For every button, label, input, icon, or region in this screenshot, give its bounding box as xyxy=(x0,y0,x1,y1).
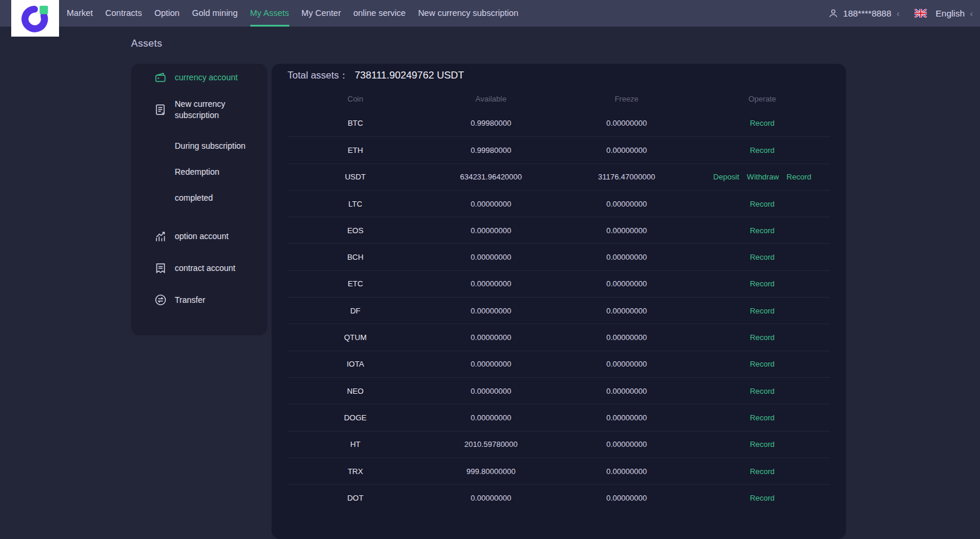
table-row: BCH0.000000000.00000000Record xyxy=(288,243,830,270)
total-assets-value: 738111.90249762 USDT xyxy=(355,70,465,81)
available-amount: 0.00000000 xyxy=(423,226,559,235)
freeze-amount: 0.00000000 xyxy=(559,119,695,128)
available-amount: 0.00000000 xyxy=(423,360,559,368)
operate-cell: Record xyxy=(694,360,830,368)
freeze-amount: 0.00000000 xyxy=(559,146,695,155)
coin-symbol: USDT xyxy=(288,172,423,181)
operate-cell: DepositWithdrawRecord xyxy=(694,172,830,181)
coin-symbol: EOS xyxy=(288,226,423,235)
operate-cell: Record xyxy=(694,387,830,396)
table-header: CoinAvailableFreezeOperate xyxy=(288,87,830,110)
nav-item-contracts[interactable]: Contracts xyxy=(105,0,142,27)
sidebar-item-option-account[interactable]: option account xyxy=(131,223,267,249)
sidebar-item-new-currency-subscription[interactable]: ¥New currency subscription xyxy=(131,98,267,122)
language-chevron-icon[interactable]: ‹ xyxy=(970,8,973,18)
available-amount: 0.00000000 xyxy=(423,494,559,502)
coin-symbol: BTC xyxy=(288,119,423,128)
record-link[interactable]: Record xyxy=(786,172,811,181)
language-selector[interactable]: English xyxy=(936,8,965,18)
brand-logo[interactable] xyxy=(11,0,59,37)
record-link[interactable]: Record xyxy=(750,119,775,128)
coin-symbol: LTC xyxy=(288,200,423,208)
table-row: DF0.000000000.00000000Record xyxy=(288,297,830,324)
operate-cell: Record xyxy=(694,333,830,342)
record-link[interactable]: Record xyxy=(750,494,775,502)
available-amount: 0.00000000 xyxy=(423,413,559,422)
record-link[interactable]: Record xyxy=(750,360,775,368)
record-link[interactable]: Record xyxy=(750,253,775,262)
record-link[interactable]: Record xyxy=(750,387,775,396)
sidebar-item-label: Redemption xyxy=(175,167,220,177)
sidebar-item-redemption[interactable]: Redemption xyxy=(131,159,267,185)
column-header-operate: Operate xyxy=(694,94,830,103)
freeze-amount: 31176.47000000 xyxy=(559,172,695,181)
operate-cell: Record xyxy=(694,279,830,288)
operate-cell: Record xyxy=(694,119,830,128)
nav-menu: MarketContractsOptionGold miningMy Asset… xyxy=(67,0,518,27)
wallet-icon xyxy=(154,71,167,84)
table-row: EOS0.000000000.00000000Record xyxy=(288,217,830,243)
language-flag-icon[interactable] xyxy=(914,9,927,18)
contract-icon xyxy=(154,262,167,275)
sidebar-item-label: During subscription xyxy=(175,141,246,151)
assets-panel: Total assets： 738111.90249762 USDT CoinA… xyxy=(272,64,846,539)
freeze-amount: 0.00000000 xyxy=(559,440,695,449)
table-row: DOT0.000000000.00000000Record xyxy=(288,484,830,511)
operate-cell: Record xyxy=(694,440,830,449)
coin-symbol: IOTA xyxy=(288,360,423,368)
available-amount: 999.80000000 xyxy=(423,467,559,476)
record-link[interactable]: Record xyxy=(750,200,775,208)
freeze-amount: 0.00000000 xyxy=(559,279,695,288)
nav-item-my-center[interactable]: My Center xyxy=(302,0,341,27)
nav-item-my-assets[interactable]: My Assets xyxy=(250,0,289,27)
record-link[interactable]: Record xyxy=(750,467,775,476)
available-amount: 0.99980000 xyxy=(423,119,559,128)
table-row: LTC0.000000000.00000000Record xyxy=(288,190,830,217)
freeze-amount: 0.00000000 xyxy=(559,200,695,208)
record-link[interactable]: Record xyxy=(750,440,775,449)
chart-icon xyxy=(154,230,167,243)
available-amount: 2010.59780000 xyxy=(423,440,559,449)
sidebar-item-completed[interactable]: completed xyxy=(131,185,267,211)
record-link[interactable]: Record xyxy=(750,279,775,288)
record-link[interactable]: Record xyxy=(750,333,775,342)
nav-item-new-currency-subscription[interactable]: New currency subscription xyxy=(418,0,518,27)
table-row: HT2010.597800000.00000000Record xyxy=(288,431,830,458)
nav-right-section: 188****8888 ‹ English ‹ xyxy=(828,0,974,27)
operate-cell: Record xyxy=(694,253,830,262)
record-link[interactable]: Record xyxy=(750,226,775,235)
available-amount: 0.00000000 xyxy=(423,387,559,396)
page-title: Assets xyxy=(131,38,162,50)
withdraw-link[interactable]: Withdraw xyxy=(747,172,779,181)
user-icon xyxy=(828,8,839,19)
freeze-amount: 0.00000000 xyxy=(559,413,695,422)
record-link[interactable]: Record xyxy=(750,146,775,155)
nav-item-market[interactable]: Market xyxy=(67,0,93,27)
nav-item-gold-mining[interactable]: Gold mining xyxy=(192,0,237,27)
available-amount: 0.00000000 xyxy=(423,333,559,342)
operate-cell: Record xyxy=(694,467,830,476)
available-amount: 0.00000000 xyxy=(423,279,559,288)
sidebar-item-transfer[interactable]: Transfer xyxy=(131,287,267,313)
nav-item-online-service[interactable]: online service xyxy=(353,0,406,27)
available-amount: 0.00000000 xyxy=(423,253,559,262)
sidebar-item-label: option account xyxy=(175,231,228,241)
sidebar-item-currency-account[interactable]: currency account xyxy=(131,69,267,86)
freeze-amount: 0.00000000 xyxy=(559,467,695,476)
phone-chevron-icon[interactable]: ‹ xyxy=(897,8,900,18)
sidebar-item-label: Transfer xyxy=(175,295,205,305)
deposit-link[interactable]: Deposit xyxy=(713,172,739,181)
nav-item-option[interactable]: Option xyxy=(154,0,179,27)
record-link[interactable]: Record xyxy=(750,306,775,315)
transfer-icon xyxy=(154,293,167,306)
record-link[interactable]: Record xyxy=(750,413,775,422)
sidebar-item-during-subscription[interactable]: During subscription xyxy=(131,133,267,159)
account-phone[interactable]: 188****8888 xyxy=(843,8,891,18)
coin-symbol: HT xyxy=(288,440,423,449)
assets-sidebar: currency account¥New currency subscripti… xyxy=(131,64,267,335)
column-header-available: Available xyxy=(423,94,559,103)
freeze-amount: 0.00000000 xyxy=(559,387,695,396)
freeze-amount: 0.00000000 xyxy=(559,360,695,368)
sidebar-item-contract-account[interactable]: contract account xyxy=(131,255,267,281)
available-amount: 0.00000000 xyxy=(423,306,559,315)
